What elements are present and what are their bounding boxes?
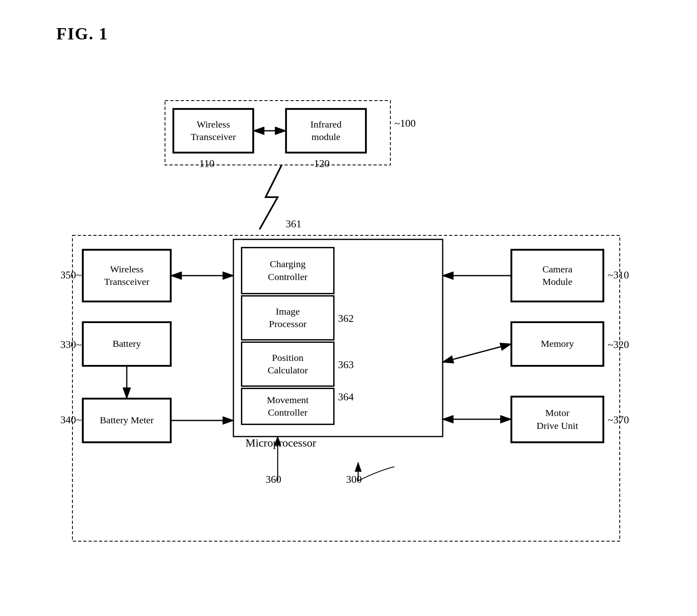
- svg-text:330~: 330~: [60, 339, 82, 350]
- svg-text:340~: 340~: [60, 414, 82, 426]
- charging-controller-box: Charging Controller: [241, 247, 334, 294]
- motor-drive-unit-box: Motor Drive Unit: [511, 396, 604, 443]
- svg-text:~370: ~370: [608, 414, 629, 426]
- svg-text:~310: ~310: [608, 269, 629, 281]
- camera-module-box: Camera Module: [511, 249, 604, 302]
- svg-text:360: 360: [266, 474, 281, 485]
- svg-text:~100: ~100: [394, 117, 416, 129]
- svg-text:~320: ~320: [608, 339, 629, 350]
- fig-title: FIG. 1: [56, 24, 108, 43]
- main-wireless-transceiver-box: Wireless Transceiver: [82, 249, 171, 302]
- svg-text:120: 120: [314, 158, 330, 169]
- svg-text:361: 361: [286, 218, 301, 230]
- svg-text:362: 362: [338, 313, 354, 324]
- svg-text:Microprocessor: Microprocessor: [245, 437, 316, 449]
- svg-text:110: 110: [199, 158, 214, 169]
- battery-box: Battery: [82, 322, 171, 366]
- battery-meter-box: Battery Meter: [82, 398, 171, 443]
- infrared-module-box: Infrared module: [286, 109, 366, 153]
- svg-text:300: 300: [346, 474, 362, 485]
- svg-text:363: 363: [338, 359, 354, 371]
- memory-box: Memory: [511, 322, 604, 366]
- svg-text:350~: 350~: [60, 269, 82, 281]
- svg-line-29: [443, 344, 511, 362]
- image-processor-box: Image Processor: [241, 296, 334, 340]
- top-wireless-transceiver-box: Wireless Transceiver: [173, 109, 254, 153]
- position-calculator-box: PositionCalculator: [241, 342, 334, 386]
- movement-controller-box: MovementController: [241, 388, 334, 424]
- svg-text:364: 364: [338, 391, 354, 403]
